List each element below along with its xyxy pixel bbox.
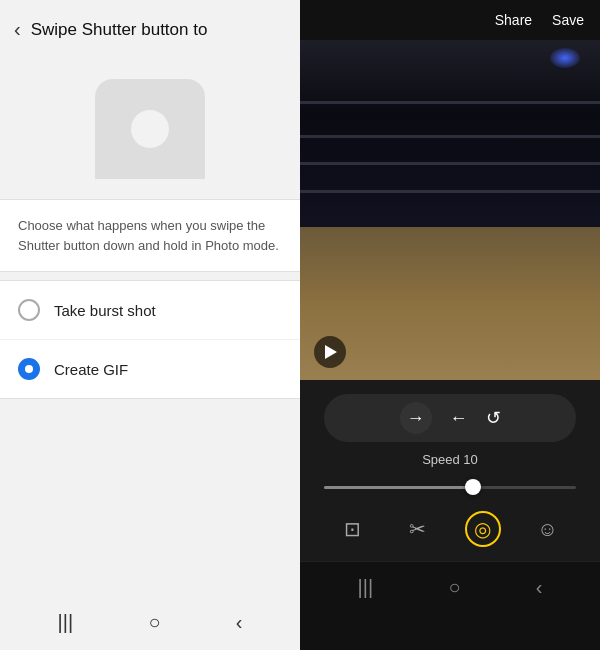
speed-label: Speed 10 [422, 452, 478, 467]
video-line-4 [300, 190, 600, 193]
forward-speed-button[interactable]: → [400, 402, 432, 434]
loop-button[interactable]: ↺ [486, 407, 501, 429]
right-nav-back-icon[interactable]: ‹ [536, 576, 543, 599]
video-line-3 [300, 162, 600, 165]
left-header: ‹ Swipe Shutter button to [0, 0, 300, 55]
video-line-2 [300, 135, 600, 138]
speed-slider[interactable] [324, 477, 576, 497]
radio-gif [18, 358, 40, 380]
left-panel: ‹ Swipe Shutter button to Choose what ha… [0, 0, 300, 650]
options-list: Take burst shot Create GIF [0, 280, 300, 399]
page-title: Swipe Shutter button to [31, 20, 208, 40]
description-box: Choose what happens when you swipe the S… [0, 199, 300, 272]
radio-gif-inner [25, 365, 33, 373]
controls-area: → ← ↺ Speed 10 ⊡ ✂ ◎ ☺ [300, 380, 600, 561]
radio-burst [18, 299, 40, 321]
right-header: Share Save [300, 0, 600, 40]
right-panel: Share Save → ← ↺ Speed 10 [300, 0, 600, 650]
backward-speed-button[interactable]: ← [450, 408, 468, 429]
right-nav-bar: ||| ○ ‹ [300, 561, 600, 613]
slider-thumb[interactable] [465, 479, 481, 495]
video-line-1 [300, 101, 600, 104]
left-nav-menu-icon[interactable]: ||| [58, 611, 74, 634]
slider-fill [324, 486, 475, 489]
option-burst[interactable]: Take burst shot [0, 281, 300, 340]
share-button[interactable]: Share [495, 12, 532, 28]
emoji-icon[interactable]: ☺ [530, 511, 566, 547]
slider-track [324, 486, 576, 489]
right-nav-menu-icon[interactable]: ||| [358, 576, 374, 599]
shutter-illustration [0, 55, 300, 199]
left-nav-back-icon[interactable]: ‹ [236, 611, 243, 634]
option-gif-label: Create GIF [54, 361, 128, 378]
speed-controls: → ← ↺ [324, 394, 576, 442]
right-nav-home-icon[interactable]: ○ [448, 576, 460, 599]
play-icon [325, 345, 337, 359]
save-button[interactable]: Save [552, 12, 584, 28]
option-gif[interactable]: Create GIF [0, 340, 300, 398]
left-nav-bar: ||| ○ ‹ [0, 595, 300, 650]
filter-icon[interactable]: ◎ [465, 511, 501, 547]
bottom-icons-row: ⊡ ✂ ◎ ☺ [310, 507, 590, 551]
crop-icon[interactable]: ⊡ [335, 511, 371, 547]
description-text: Choose what happens when you swipe the S… [18, 218, 279, 253]
video-preview [300, 40, 600, 380]
play-button[interactable] [314, 336, 346, 368]
video-lines [300, 40, 600, 380]
back-button[interactable]: ‹ [14, 18, 21, 41]
shutter-circle-inner [131, 110, 169, 148]
left-nav-home-icon[interactable]: ○ [148, 611, 160, 634]
option-burst-label: Take burst shot [54, 302, 156, 319]
edit-icon[interactable]: ✂ [400, 511, 436, 547]
shutter-icon [95, 79, 205, 179]
video-background [300, 40, 600, 380]
